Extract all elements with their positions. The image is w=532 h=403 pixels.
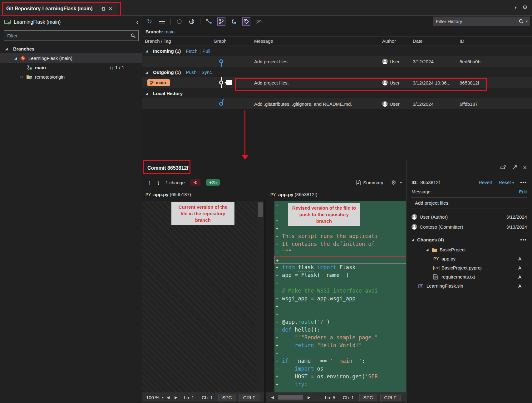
next-change-icon[interactable]: ↓: [157, 179, 160, 186]
scrollbar-thumb[interactable]: [258, 202, 263, 217]
previous-change-icon[interactable]: ↑: [148, 179, 151, 186]
tab-git-repository[interactable]: Git Repository-LearningFlask (main) ✕: [2, 2, 117, 15]
diff-pane-original[interactable]: [142, 201, 257, 392]
section-header[interactable]: ◢Local History: [142, 88, 532, 98]
filter-dropdown-icon[interactable]: ▾: [526, 19, 528, 23]
list-view-icon[interactable]: [158, 17, 166, 26]
fetch-icon[interactable]: [175, 17, 183, 26]
fetch-link[interactable]: Fetch: [186, 48, 198, 54]
changed-file-row[interactable]: requirements.txtA: [406, 272, 532, 281]
col-message[interactable]: Message: [252, 38, 380, 44]
changed-file-row[interactable]: PYBasicProject.pyprojA: [406, 263, 532, 272]
expander-icon[interactable]: ◢: [5, 47, 11, 51]
changed-file-row[interactable]: ◢BasicProject: [406, 245, 532, 254]
col-graph[interactable]: Graph: [211, 38, 252, 44]
history-filter-input[interactable]: [436, 19, 519, 24]
revert-link[interactable]: Revert: [479, 180, 492, 185]
branch-badge[interactable]: main: [147, 79, 170, 86]
commit-date: 3/12/2024: [410, 59, 457, 64]
eol-toggle[interactable]: CRLF: [239, 394, 259, 401]
expander-icon[interactable]: ▷: [21, 75, 26, 79]
horizontal-scrollbar-thumb[interactable]: [278, 395, 303, 400]
history-filter[interactable]: ▾: [433, 17, 530, 26]
tree-node-remotes[interactable]: ▷ remotes/origin: [0, 72, 142, 81]
eol-toggle[interactable]: CRLF: [380, 394, 401, 401]
close-icon[interactable]: ✕: [108, 6, 112, 12]
reset-link[interactable]: Reset ▾: [499, 180, 514, 185]
tab-bar: Git Repository-LearningFlask (main) ✕ ▼ …: [0, 0, 532, 16]
left-pane-scrollbar[interactable]: [257, 201, 264, 392]
zoom-control[interactable]: 100 % ▾: [146, 395, 164, 400]
dock-panel-icon[interactable]: [500, 165, 506, 171]
code-editor[interactable]: +++++This script runs the applicati+It c…: [274, 201, 406, 388]
compare-branch-icon[interactable]: [205, 17, 213, 26]
changes-more-icon[interactable]: •••: [520, 237, 527, 242]
gear-icon[interactable]: ⚙: [522, 4, 528, 11]
code-line: + return "Hello World!": [274, 342, 406, 349]
spaces-toggle[interactable]: SPC: [359, 394, 377, 401]
expand-panel-icon[interactable]: [512, 165, 517, 171]
show-tags-toggle-icon[interactable]: [242, 17, 250, 26]
section-header[interactable]: ◢Incoming (1)Fetch|Pull: [142, 46, 532, 56]
code-line: +app = Flask(__name__): [274, 271, 406, 279]
expander-icon[interactable]: ◢: [145, 49, 151, 53]
tree-node-branches[interactable]: ◢ Branches: [0, 44, 142, 53]
commit-row[interactable]: mainAdd project files.User3/12/2024 10:3…: [142, 77, 532, 88]
zoom-dropdown-icon: ▾: [162, 396, 164, 400]
push-link[interactable]: Push: [186, 70, 196, 75]
section-header[interactable]: ◢Outgoing (1)Push|Sync: [142, 67, 532, 77]
py-icon: PY: [433, 256, 439, 261]
edit-link[interactable]: Edit: [519, 189, 527, 194]
commit-message-box[interactable]: Add project files.: [411, 197, 527, 208]
graph-cell: [211, 77, 252, 88]
spaces-toggle[interactable]: SPC: [218, 394, 236, 401]
refresh-icon[interactable]: ↻: [145, 17, 154, 26]
expander-icon[interactable]: ◢: [14, 56, 20, 60]
hide-merges-icon[interactable]: [255, 17, 263, 26]
tree-node-main[interactable]: main ↑↓ 1 / 1: [0, 63, 142, 72]
pin-icon[interactable]: [101, 7, 105, 11]
branch-sync-counts: ↑↓ 1 / 1: [109, 65, 124, 70]
scroll-left-icon[interactable]: ◀: [165, 395, 171, 400]
added-line-marker: +: [276, 217, 278, 225]
search-icon[interactable]: [519, 19, 524, 24]
summary-button[interactable]: Summary: [356, 180, 383, 185]
expander-icon[interactable]: ◢: [145, 70, 151, 74]
tree-node-repo[interactable]: ◢ LearningFlask (main): [0, 53, 142, 63]
diff-pane-revised[interactable]: +++++This script runs the applicati+It c…: [266, 201, 406, 392]
annotation-label-right: Revised version of the file to push to t…: [288, 203, 360, 226]
branch-filter[interactable]: [4, 30, 139, 41]
diff-settings-gear-icon[interactable]: ⚙: [391, 179, 396, 186]
chevron-down-icon[interactable]: ▼: [514, 6, 517, 9]
scroll-right-icon[interactable]: ▶: [173, 395, 179, 400]
code-line: +wsgi_app = app.wsgi_app: [274, 295, 406, 303]
commit-row[interactable]: Add .gitattributes, .gitignore, and READ…: [142, 98, 532, 109]
expander-icon[interactable]: ◢: [426, 248, 431, 252]
branch-filter-input[interactable]: [4, 33, 131, 38]
merge-commits-icon[interactable]: [230, 17, 238, 26]
changed-file-row[interactable]: LearningFlask.slnA: [406, 281, 532, 290]
col-date[interactable]: Date: [410, 38, 457, 44]
show-graph-toggle-icon[interactable]: [217, 17, 225, 26]
diff-pane-divider: [264, 201, 266, 392]
scroll-right-icon[interactable]: ▶: [306, 395, 312, 400]
scroll-left-icon[interactable]: ◀: [269, 395, 276, 400]
annotation-arrow: [244, 110, 245, 155]
sync-link[interactable]: Sync: [201, 70, 212, 75]
col-branch-tag[interactable]: Branch / Tag: [142, 38, 211, 44]
pull-icon[interactable]: [188, 17, 196, 26]
pull-link[interactable]: Pull: [203, 48, 210, 54]
branch-value-link[interactable]: main: [165, 29, 175, 34]
added-line-marker: +: [276, 318, 278, 326]
diff-settings-dropdown-icon[interactable]: ▾: [400, 181, 402, 185]
expander-icon[interactable]: ◢: [145, 91, 151, 95]
changes-header[interactable]: ◢ Changes (4) •••: [411, 237, 527, 242]
more-actions-icon[interactable]: •••: [520, 180, 527, 185]
changed-file-row[interactable]: PYapp.pyA: [406, 254, 532, 263]
commit-row[interactable]: Add project files.User3/12/20245ed5ba0b: [142, 56, 532, 67]
col-id[interactable]: ID: [457, 38, 492, 44]
collapse-panel-icon[interactable]: ‹: [136, 19, 139, 25]
close-panel-icon[interactable]: ✕: [523, 165, 527, 171]
col-author[interactable]: Author: [380, 38, 410, 44]
expander-icon[interactable]: ◢: [411, 238, 417, 242]
